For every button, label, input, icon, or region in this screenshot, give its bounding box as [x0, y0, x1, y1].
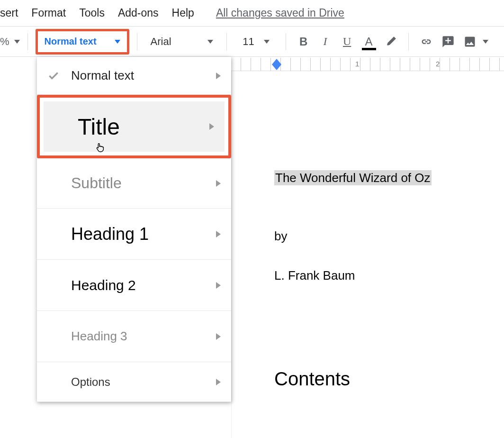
style-option-heading-3[interactable]: Heading 3: [37, 311, 231, 362]
document-body[interactable]: The Wonderful Wizard of Oz by L. Frank B…: [274, 171, 504, 390]
document-page[interactable]: The Wonderful Wizard of Oz by L. Frank B…: [231, 71, 504, 438]
style-label: Heading 1: [71, 224, 216, 244]
ruler-tick-1: 1: [355, 60, 359, 68]
style-label: Normal text: [71, 68, 216, 83]
ruler-tick-2: 2: [436, 60, 440, 68]
chevron-down-icon: [264, 40, 270, 44]
chevron-right-icon: [216, 231, 221, 237]
menu-tools[interactable]: Tools: [79, 7, 105, 19]
save-status[interactable]: All changes saved in Drive: [216, 7, 344, 19]
font-size-value: 11: [243, 36, 254, 48]
separator: [27, 33, 28, 50]
toolbar: % Normal text Arial 11 B I U A: [0, 27, 504, 57]
styles-dropdown-highlight: Normal text: [36, 29, 129, 55]
document-by-text[interactable]: by: [274, 229, 504, 244]
bold-button[interactable]: B: [294, 31, 314, 52]
style-option-subtitle[interactable]: Subtitle: [37, 158, 231, 209]
style-option-options[interactable]: Options: [37, 362, 231, 402]
style-option-heading-2[interactable]: Heading 2: [37, 260, 231, 311]
chevron-right-icon: [209, 123, 214, 130]
style-option-normal-text[interactable]: Normal text: [37, 57, 231, 95]
add-comment-button[interactable]: [438, 31, 458, 52]
style-option-title-highlight: Title: [37, 95, 231, 158]
underline-button[interactable]: U: [337, 31, 357, 52]
cursor-icon: [95, 142, 105, 153]
separator: [408, 33, 409, 50]
chevron-right-icon: [216, 180, 221, 187]
chevron-right-icon: [216, 73, 221, 79]
styles-dropdown-label: Normal text: [45, 36, 97, 47]
chevron-right-icon: [216, 282, 221, 289]
style-label: Heading 2: [71, 277, 216, 293]
styles-dropdown[interactable]: Normal text: [38, 31, 127, 52]
italic-button[interactable]: I: [315, 31, 335, 52]
chevron-down-icon[interactable]: [483, 40, 488, 44]
menu-insert[interactable]: sert: [0, 7, 18, 19]
indent-marker-icon[interactable]: [272, 59, 281, 64]
document-contents-heading[interactable]: Contents: [274, 368, 504, 390]
chevron-down-icon: [207, 40, 213, 44]
style-label: Title: [78, 114, 209, 140]
font-family-dropdown[interactable]: Arial: [145, 31, 219, 52]
document-author-text[interactable]: L. Frank Baum: [274, 268, 504, 283]
separator: [286, 33, 286, 50]
highlight-button[interactable]: [381, 31, 401, 52]
zoom-dropdown-icon[interactable]: [14, 40, 20, 44]
chevron-right-icon: [216, 379, 221, 385]
check-icon: [47, 70, 71, 82]
menu-format[interactable]: Format: [31, 7, 66, 19]
font-family-label: Arial: [151, 36, 171, 48]
style-label: Options: [71, 375, 216, 389]
style-label: Subtitle: [71, 174, 216, 192]
menubar: sert Format Tools Add-ons Help All chang…: [0, 0, 504, 27]
style-option-title[interactable]: Title: [44, 101, 225, 152]
insert-image-button[interactable]: [460, 31, 480, 52]
style-label: Heading 3: [71, 329, 216, 344]
chevron-right-icon: [216, 333, 221, 340]
separator: [137, 33, 137, 50]
document-title-text[interactable]: The Wonderful Wizard of Oz: [274, 170, 432, 185]
zoom-level[interactable]: %: [0, 36, 9, 48]
insert-link-button[interactable]: [416, 31, 436, 52]
paragraph-styles-menu: Normal text Title Subtitle Heading 1 Hea…: [37, 57, 231, 402]
menu-addons[interactable]: Add-ons: [118, 7, 159, 19]
font-size-dropdown[interactable]: 11: [234, 31, 278, 52]
chevron-down-icon: [115, 40, 120, 44]
style-option-heading-1[interactable]: Heading 1: [37, 209, 231, 260]
ruler[interactable]: 1 2: [231, 58, 504, 71]
separator: [226, 33, 227, 50]
menu-help[interactable]: Help: [172, 7, 194, 19]
text-color-button[interactable]: A: [359, 31, 379, 52]
